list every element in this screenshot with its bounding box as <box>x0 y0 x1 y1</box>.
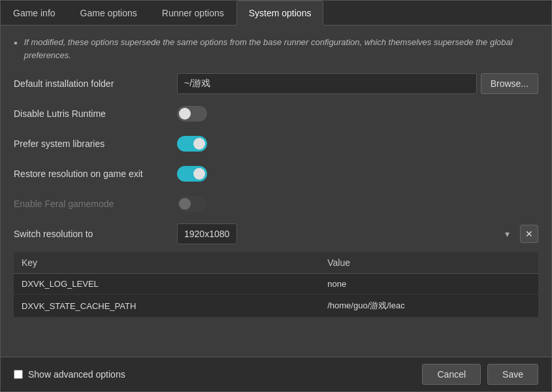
show-advanced-label: Show advanced options <box>28 369 125 380</box>
col-key: Key <box>14 252 319 274</box>
info-banner: ▪ If modified, these options supersede t… <box>14 36 538 61</box>
table-row[interactable]: DXVK_LOG_LEVEL none <box>14 274 538 295</box>
restore-resolution-label: Restore resolution on game exit <box>14 168 177 180</box>
env-variables-table: Key Value DXVK_LOG_LEVEL none DXVK_STATE… <box>14 252 538 318</box>
footer-left: Show advanced options <box>14 369 125 380</box>
resolution-dropdown[interactable]: 1920x1080 1280x720 2560x1440 <box>177 223 237 244</box>
footer-right: Cancel Save <box>422 364 538 385</box>
browse-button[interactable]: Browse... <box>481 73 538 94</box>
main-window: Game info Game options Runner options Sy… <box>0 0 552 392</box>
toggle-thumb <box>193 138 205 150</box>
show-advanced-checkbox[interactable] <box>14 370 23 379</box>
restore-resolution-row: Restore resolution on game exit <box>14 162 538 186</box>
enable-feral-gamemode-toggle[interactable] <box>177 196 207 212</box>
default-folder-row: Default installation folder Browse... <box>14 72 538 95</box>
enable-feral-gamemode-label: Enable Feral gamemode <box>14 198 177 210</box>
prefer-system-libraries-toggle[interactable] <box>177 136 207 152</box>
switch-resolution-label: Switch resolution to <box>14 228 177 240</box>
enable-feral-gamemode-row: Enable Feral gamemode <box>14 192 538 216</box>
tab-game-info[interactable]: Game info <box>1 1 68 25</box>
disable-lutris-runtime-toggle[interactable] <box>177 106 207 122</box>
env-key-cell: DXVK_LOG_LEVEL <box>14 274 319 295</box>
tab-runner-options[interactable]: Runner options <box>150 1 236 25</box>
switch-resolution-row: Switch resolution to 1920x1080 1280x720 … <box>14 222 538 246</box>
switch-resolution-controls: 1920x1080 1280x720 2560x1440 ✕ <box>177 223 538 244</box>
clear-icon: ✕ <box>525 229 533 239</box>
toggle-thumb <box>179 198 191 210</box>
toggle-thumb <box>193 168 205 180</box>
clear-resolution-button[interactable]: ✕ <box>520 225 538 243</box>
tab-game-options[interactable]: Game options <box>68 1 150 25</box>
footer: Show advanced options Cancel Save <box>1 357 551 391</box>
prefer-system-libraries-label: Prefer system libraries <box>14 138 177 150</box>
prefer-system-libraries-row: Prefer system libraries <box>14 132 538 155</box>
tab-bar: Game info Game options Runner options Sy… <box>1 1 551 25</box>
cancel-button[interactable]: Cancel <box>422 364 481 385</box>
info-banner-text: If modified, these options supersede the… <box>24 36 538 61</box>
env-value-cell: /home/guo/游戏/leac <box>319 295 538 318</box>
disable-lutris-runtime-label: Disable Lutris Runtime <box>14 108 177 120</box>
info-icon: ▪ <box>14 37 18 49</box>
env-value-cell: none <box>319 274 538 295</box>
disable-lutris-runtime-row: Disable Lutris Runtime <box>14 102 538 125</box>
default-folder-label: Default installation folder <box>14 78 177 90</box>
content-area: ▪ If modified, these options supersede t… <box>1 25 551 357</box>
tab-system-options[interactable]: System options <box>236 1 324 25</box>
table-row[interactable]: DXVK_STATE_CACHE_PATH /home/guo/游戏/leac <box>14 295 538 318</box>
toggle-thumb <box>179 108 191 120</box>
default-folder-input[interactable] <box>177 73 477 94</box>
table-header-row: Key Value <box>14 252 538 274</box>
col-value: Value <box>319 252 538 274</box>
restore-resolution-toggle[interactable] <box>177 166 207 182</box>
env-key-cell: DXVK_STATE_CACHE_PATH <box>14 295 319 318</box>
resolution-dropdown-container: 1920x1080 1280x720 2560x1440 <box>177 223 516 244</box>
save-button[interactable]: Save <box>487 364 538 385</box>
